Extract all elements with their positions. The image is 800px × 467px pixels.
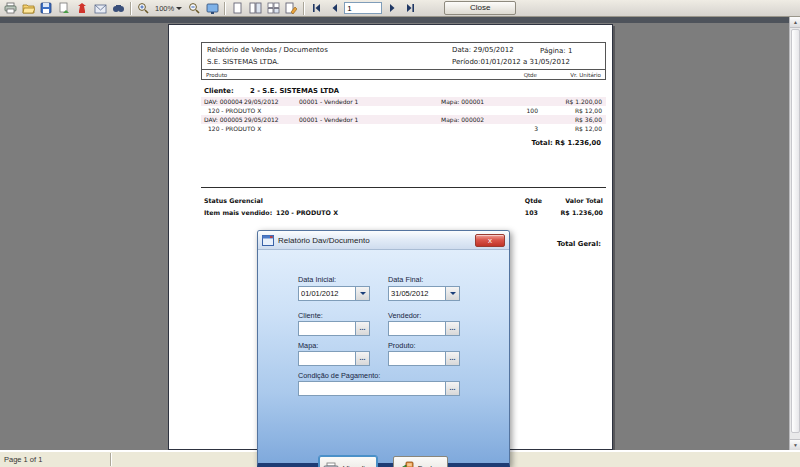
condicao-pagamento-field[interactable]: ... [298, 381, 460, 396]
summary-qtde-header: Qtde [525, 197, 542, 204]
chevron-down-icon[interactable] [355, 287, 369, 300]
report-column-header: Produto Qtde Vr. Unitário [202, 69, 605, 79]
cliente-line: Cliente: 2 - S.E. SISTEMAS LTDA [204, 87, 339, 95]
row-valor: R$ 12,00 [575, 125, 602, 132]
row-vendedor: 00001 - Vendedor 1 [299, 98, 358, 105]
summary-line: Item mais vendido: 120 - PRODUTO X 103 R… [169, 209, 614, 218]
chevron-down-icon[interactable] [445, 287, 459, 300]
column-produto: Produto [206, 72, 227, 78]
column-vr-unitario: Vr. Unitário [570, 72, 601, 78]
visualiza-button-label: Visualiza [343, 464, 373, 467]
row-date: 29/05/2012 [244, 98, 279, 105]
summary-valor-header: Valor Total [565, 197, 603, 204]
produto-label: Produto: [388, 341, 416, 350]
column-qtde: Qtde [524, 72, 537, 78]
mapa-label: Mapa: [298, 341, 318, 350]
cliente-label: Cliente: [204, 87, 234, 95]
zoom-level-dropdown[interactable]: 100% [153, 1, 184, 15]
data-final-combo[interactable] [388, 286, 460, 301]
item-mais-vendido-value: 120 - PRODUTO X [276, 209, 338, 216]
table-row: DAV: 000004 29/05/2012 00001 - Vendedor … [201, 97, 606, 106]
report-rows: DAV: 000004 29/05/2012 00001 - Vendedor … [201, 97, 606, 133]
find-icon[interactable] [110, 1, 126, 16]
produto-field[interactable]: ... [388, 351, 460, 366]
table-row: DAV: 000005 29/05/2012 00001 - Vendedor … [201, 115, 606, 124]
dialog-icon [262, 235, 274, 246]
open-icon[interactable] [20, 1, 36, 16]
summary-header: Status Gerencial Qtde Valor Total [169, 197, 614, 206]
mapa-input[interactable] [299, 352, 355, 365]
last-page-icon[interactable] [402, 1, 418, 16]
table-row: 120 - PRODUTO X 100 R$ 12,00 [201, 106, 606, 115]
preview-top-shadow [0, 17, 800, 23]
data-final-value[interactable] [389, 287, 445, 300]
fullscreen-icon[interactable] [204, 1, 220, 16]
condicao-pagamento-input[interactable] [299, 382, 445, 395]
table-row: 120 - PRODUTO X 3 R$ 12,00 [201, 124, 606, 133]
status-page-info: Page 1 of 1 [0, 455, 110, 464]
mapa-lookup-button[interactable]: ... [355, 352, 369, 365]
scrollbar-thumb[interactable] [791, 29, 800, 433]
dialog-close-icon[interactable]: x [475, 234, 505, 247]
vendedor-input[interactable] [389, 322, 445, 335]
single-page-icon[interactable] [229, 1, 245, 16]
first-page-icon[interactable] [308, 1, 324, 16]
data-inicial-label: Data Inicial: [298, 275, 336, 284]
row-mapa: Mapa: 000001 [441, 98, 484, 105]
row-produto: 120 - PRODUTO X [208, 125, 261, 132]
print-icon[interactable] [2, 1, 18, 16]
page-number-input[interactable] [344, 2, 382, 14]
vendedor-label: Vendedor: [388, 311, 421, 320]
email-icon[interactable] [92, 1, 108, 16]
total-geral-label: Total Geral: [557, 240, 601, 248]
close-preview-button[interactable]: Close [444, 1, 516, 15]
row-qtde: 100 [527, 107, 538, 114]
cliente-field[interactable]: ... [298, 321, 370, 336]
row-dav: DAV: 000005 [204, 116, 243, 123]
condicao-lookup-button[interactable]: ... [445, 382, 459, 395]
relatorio-dav-dialog: Relatório Dav/Documento x Data Inicial: … [257, 230, 510, 467]
row-vendedor: 00001 - Vendedor 1 [299, 116, 358, 123]
cliente-lookup-button[interactable]: ... [355, 322, 369, 335]
item-mais-vendido-label: Item mais vendido: [204, 209, 272, 216]
cliente-value: 2 - S.E. SISTEMAS LTDA [250, 87, 339, 95]
mapa-field[interactable]: ... [298, 351, 370, 366]
data-inicial-combo[interactable] [298, 286, 370, 301]
export-icon[interactable] [56, 1, 72, 16]
produto-lookup-button[interactable]: ... [445, 352, 459, 365]
toolbar-separator [130, 2, 131, 15]
row-valor: R$ 36,00 [575, 116, 602, 123]
produto-input[interactable] [389, 352, 445, 365]
next-page-icon[interactable] [384, 1, 400, 16]
exit-door-icon [400, 461, 414, 467]
scroll-down-icon[interactable]: ▼ [790, 439, 800, 450]
pdf-icon[interactable] [74, 1, 90, 16]
report-page-number: Página: 1 [540, 47, 572, 55]
printer-icon [323, 462, 339, 467]
cliente-input[interactable] [299, 322, 355, 335]
report-date: Data: 29/05/2012 [452, 46, 514, 54]
row-produto: 120 - PRODUTO X [208, 107, 261, 114]
toolbar-separator [303, 2, 304, 15]
dialog-titlebar[interactable]: Relatório Dav/Documento x [258, 231, 509, 250]
previous-page-icon[interactable] [326, 1, 342, 16]
visualiza-button[interactable]: Visualiza [319, 456, 377, 467]
vendedor-lookup-button[interactable]: ... [445, 322, 459, 335]
data-inicial-value[interactable] [299, 287, 355, 300]
multi-page-icon[interactable] [265, 1, 281, 16]
summary-divider [201, 187, 606, 188]
statusbar-divider [110, 453, 111, 466]
row-dav: DAV: 000004 [204, 98, 243, 105]
item-qtde-value: 103 [525, 209, 538, 216]
zoom-out-icon[interactable] [186, 1, 202, 16]
toolbar-separator [224, 2, 225, 15]
vertical-scrollbar[interactable]: ▲ ▼ [789, 17, 800, 450]
item-valor-value: R$ 1.236,00 [561, 209, 604, 216]
zoom-in-icon[interactable] [135, 1, 151, 16]
fechar-button[interactable]: Fechar [393, 456, 448, 467]
two-page-icon[interactable] [247, 1, 263, 16]
page-setup-icon[interactable] [283, 1, 299, 16]
vendedor-field[interactable]: ... [388, 321, 460, 336]
save-icon[interactable] [38, 1, 54, 16]
scroll-up-icon[interactable]: ▲ [790, 17, 800, 28]
